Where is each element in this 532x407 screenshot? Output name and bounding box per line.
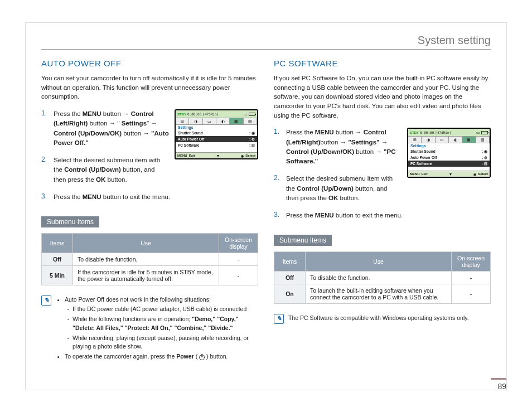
down-arrow-icon: ▼: [449, 172, 453, 176]
rec-time: 0:00:00: [187, 112, 201, 116]
rec-time: 0:00:00: [420, 130, 434, 134]
step-text: Select the desired submenu item with the…: [286, 174, 402, 203]
col-items: Items: [42, 234, 73, 253]
step-number: 1.: [41, 109, 54, 117]
menu-item: Shutter Sound: ◉: [176, 130, 257, 136]
tab-icon: ▭: [203, 118, 216, 124]
col-use: Use: [306, 252, 452, 272]
remain-time: [475Min]: [202, 112, 219, 116]
tab-icon: ▧: [476, 137, 490, 143]
submenu-heading: Submenu Items: [41, 216, 99, 227]
table-row: Off To disable the function. -: [42, 253, 258, 266]
tab-icon: ◑: [422, 137, 435, 143]
menu-item-selected: PC Software: ⊟: [408, 161, 490, 167]
step-3: 3. Press the MENU button to exit the men…: [41, 192, 258, 202]
submenu-heading: Submenu Items: [274, 235, 332, 246]
note-body: The PC Software is compatible with Windo…: [288, 314, 469, 324]
page-header: System setting: [41, 34, 491, 50]
menu-item-selected: Auto Power Off: ⊘: [176, 136, 257, 142]
select-label: Select: [245, 154, 255, 157]
step-2: 2. Select the desired submenu item with …: [274, 174, 402, 203]
note-sub: If the DC power cable (AC power adaptor,…: [72, 305, 258, 313]
tab-icon: ▭: [436, 137, 449, 143]
tab-icon: ▧: [244, 118, 257, 124]
note-icon: ✎: [274, 314, 284, 324]
camcorder-menu-screenshot: STBY 0:00:00 [475Min] ▭ ⊞ ◑ ▭ ◐ ▦ ▧ Sett…: [407, 128, 491, 178]
note-block: ✎ Auto Power Off does not work in the fo…: [41, 295, 258, 363]
exit-label: Exit: [422, 172, 428, 176]
step-number: 2.: [274, 174, 286, 182]
two-column-layout: AUTO POWER OFF You can set your camcorde…: [41, 59, 491, 363]
menu-label: MENU: [177, 154, 187, 157]
settings-label: Settings: [176, 125, 257, 130]
step-number: 2.: [41, 156, 54, 163]
tab-icon: ◐: [216, 118, 230, 124]
step-text: Select the desired submenu item with the…: [54, 156, 169, 185]
col-items: Items: [274, 252, 306, 272]
step-text: Press the MENU button to exit the menu.: [286, 211, 491, 220]
table-row: Off To disable the function. -: [274, 272, 491, 284]
select-dot-icon: ◉: [241, 154, 244, 158]
right-column: PC SOFTWARE If you set PC Software to On…: [274, 59, 491, 363]
note-icon: ✎: [41, 295, 51, 306]
tab-icon: ▦: [462, 137, 476, 143]
menu-label: MENU: [410, 172, 420, 176]
step-1: 1. Press the MENU button → Control (Left…: [41, 109, 169, 148]
tab-icon: ◑: [189, 118, 202, 124]
step-text: Press the MENU button to exit the menu.: [54, 192, 258, 202]
tab-icon: ⊞: [176, 118, 189, 124]
exit-label: Exit: [189, 154, 195, 157]
section-title-auto-power-off: AUTO POWER OFF: [41, 59, 258, 68]
table-row: On To launch the built-in editing softwa…: [274, 284, 491, 304]
battery-icon: [481, 131, 488, 134]
step-1: 1. Press the MENU button → Control (Left…: [274, 128, 402, 166]
select-dot-icon: ◉: [473, 172, 476, 176]
note-bullet: To operate the camcorder again, press th…: [65, 352, 258, 361]
page-number: 89: [494, 382, 506, 391]
step-text: Press the MENU button → Control (Left/Ri…: [54, 109, 169, 148]
stby-label: STBY: [410, 131, 419, 134]
card-icon: ▭: [244, 112, 248, 117]
page: System setting AUTO POWER OFF You can se…: [25, 22, 507, 390]
note-text: The PC Software is compatible with Windo…: [288, 314, 469, 321]
col-osd: On-screen display: [452, 252, 491, 272]
note-body: Auto Power Off does not work in the foll…: [56, 295, 258, 363]
step-2: 2. Select the desired submenu item with …: [41, 156, 169, 185]
down-arrow-icon: ▼: [216, 154, 220, 158]
camcorder-menu-screenshot: STBY 0:00:00 [475Min] ▭ ⊞ ◑ ▭ ◐ ▦ ▧ Sett…: [175, 109, 258, 159]
remain-time: [475Min]: [435, 130, 451, 134]
header-title: System setting: [418, 34, 491, 46]
tab-icon: ▦: [230, 118, 243, 124]
menu-item: Auto Power Off: ⊘: [408, 154, 490, 161]
note-sub: While recording, playing (except pause),…: [72, 334, 258, 351]
tab-icon: ◐: [449, 137, 462, 143]
intro-text: You can set your camcorder to turn off a…: [41, 74, 258, 101]
page-number-bar: [491, 378, 506, 380]
power-icon: [199, 355, 205, 360]
step-number: 3.: [274, 211, 286, 219]
battery-icon: [249, 113, 255, 116]
menu-item: PC Software: ⊟: [176, 142, 257, 148]
left-column: AUTO POWER OFF You can set your camcorde…: [41, 59, 258, 363]
submenu-table: Items Use On-screen display Off To disab…: [274, 251, 491, 304]
col-osd: On-screen display: [219, 234, 258, 253]
steps-area: STBY 0:00:00 [475Min] ▭ ⊞ ◑ ▭ ◐ ▦ ▧ Sett…: [41, 109, 258, 210]
note-bullet: Auto Power Off does not work in the foll…: [65, 295, 258, 351]
intro-text: If you set PC Software to On, you can us…: [274, 74, 491, 120]
note-sub: While the following functions are in ope…: [72, 315, 258, 332]
menu-item: Shutter Sound: ◉: [408, 148, 490, 154]
settings-label: Settings: [408, 143, 490, 148]
submenu-table: Items Use On-screen display Off To disab…: [41, 233, 258, 285]
step-number: 3.: [41, 192, 54, 200]
step-number: 1.: [274, 128, 286, 135]
card-icon: ▭: [476, 130, 480, 135]
table-row: 5 Min If the camcorder is idle for 5 min…: [42, 266, 258, 285]
step-text: Press the MENU button → Control (Left/Ri…: [286, 128, 402, 166]
section-title-pc-software: PC SOFTWARE: [274, 59, 491, 68]
select-label: Select: [478, 172, 488, 176]
step-3: 3. Press the MENU button to exit the men…: [274, 211, 491, 220]
stby-label: STBY: [177, 113, 186, 116]
tab-icon: ⊞: [408, 137, 422, 143]
col-use: Use: [73, 234, 219, 253]
steps-area: STBY 0:00:00 [475Min] ▭ ⊞ ◑ ▭ ◐ ▦ ▧ Sett…: [274, 128, 491, 228]
